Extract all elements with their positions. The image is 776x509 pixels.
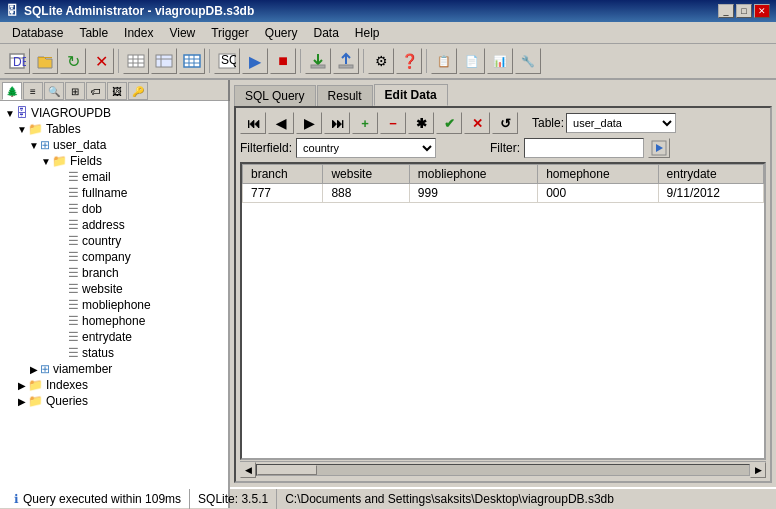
menu-database[interactable]: Database — [4, 24, 71, 42]
scroll-left-button[interactable]: ◀ — [240, 462, 256, 478]
expand-indexes[interactable]: ▶ — [16, 380, 28, 391]
tree-field-fullname[interactable]: ☰ fullname — [0, 185, 228, 201]
tree-field-status[interactable]: ☰ status — [0, 345, 228, 361]
expand-viagroupdb[interactable]: ▼ — [4, 108, 16, 119]
tab-sql-query[interactable]: SQL Query — [234, 85, 316, 106]
expand-fields[interactable]: ▼ — [40, 156, 52, 167]
toolbar-new-db[interactable]: DB — [4, 48, 30, 74]
main-area: 🌲 ≡ 🔍 ⊞ 🏷 🖼 🔑 ▼ 🗄 VIAGROUPDB ▼ 📁 Tables — [0, 80, 776, 487]
expand-tables[interactable]: ▼ — [16, 124, 28, 135]
expand-viamember[interactable]: ▶ — [28, 364, 40, 375]
nav-asterisk[interactable]: ✱ — [408, 112, 434, 134]
tab-edit-data[interactable]: Edit Data — [374, 84, 448, 106]
menu-trigger[interactable]: Trigger — [203, 24, 257, 42]
tree-field-mobliephone[interactable]: ☰ mobliephone — [0, 297, 228, 313]
menu-table[interactable]: Table — [71, 24, 116, 42]
toolbar-refresh[interactable]: ↻ — [60, 48, 86, 74]
close-button[interactable]: ✕ — [754, 4, 770, 18]
left-tab-search[interactable]: 🔍 — [44, 82, 64, 100]
tree-field-mobliephone-label: mobliephone — [82, 298, 151, 312]
col-homephone[interactable]: homephone — [538, 165, 658, 184]
expand-queries[interactable]: ▶ — [16, 396, 28, 407]
tree-fields[interactable]: ▼ 📁 Fields — [0, 153, 228, 169]
titlebar-controls: _ □ ✕ — [718, 4, 770, 18]
scroll-right-button[interactable]: ▶ — [750, 462, 766, 478]
tree-tables[interactable]: ▼ 📁 Tables — [0, 121, 228, 137]
nav-cancel[interactable]: ✕ — [464, 112, 490, 134]
menu-help[interactable]: Help — [347, 24, 388, 42]
col-website[interactable]: website — [323, 165, 409, 184]
toolbar-sep-1 — [118, 49, 119, 73]
table-select[interactable]: user_data — [566, 113, 676, 133]
tree-indexes[interactable]: ▶ 📁 Indexes — [0, 377, 228, 393]
tree-field-country[interactable]: ☰ country — [0, 233, 228, 249]
toolbar-table2[interactable] — [179, 48, 205, 74]
left-tab-key[interactable]: 🔑 — [128, 82, 148, 100]
toolbar-extra1[interactable]: 📋 — [431, 48, 457, 74]
nav-save[interactable]: ✔ — [436, 112, 462, 134]
field-website-icon: ☰ — [68, 282, 79, 296]
tree-user-data[interactable]: ▼ ⊞ user_data — [0, 137, 228, 153]
toolbar-extra4[interactable]: 🔧 — [515, 48, 541, 74]
maximize-button[interactable]: □ — [736, 4, 752, 18]
tree-field-homephone-label: homephone — [82, 314, 145, 328]
toolbar-query-stop[interactable]: ■ — [270, 48, 296, 74]
col-branch[interactable]: branch — [243, 165, 323, 184]
nav-last[interactable]: ⏭ — [324, 112, 350, 134]
nav-add[interactable]: + — [352, 112, 378, 134]
toolbar-open-db[interactable] — [32, 48, 58, 74]
menu-view[interactable]: View — [161, 24, 203, 42]
tree-field-homephone[interactable]: ☰ homephone — [0, 313, 228, 329]
tree-tables-label: Tables — [46, 122, 81, 136]
tree-queries[interactable]: ▶ 📁 Queries — [0, 393, 228, 409]
tree-field-status-label: status — [82, 346, 114, 360]
left-tab-grid[interactable]: ⊞ — [65, 82, 85, 100]
filter-input[interactable] — [524, 138, 644, 158]
sqlite-version: SQLite: 3.5.1 — [198, 492, 268, 506]
toolbar-extra2[interactable]: 📄 — [459, 48, 485, 74]
left-tab-tag[interactable]: 🏷 — [86, 82, 106, 100]
tree-field-email[interactable]: ☰ email — [0, 169, 228, 185]
toolbar-export[interactable] — [333, 48, 359, 74]
tree-viamember-label: viamember — [53, 362, 112, 376]
menu-index[interactable]: Index — [116, 24, 161, 42]
expand-user-data[interactable]: ▼ — [28, 140, 40, 151]
col-mobliephone[interactable]: mobliephone — [409, 165, 537, 184]
menu-query[interactable]: Query — [257, 24, 306, 42]
minimize-button[interactable]: _ — [718, 4, 734, 18]
toolbar-sql-query[interactable]: SQL — [214, 48, 240, 74]
tree-field-address[interactable]: ☰ address — [0, 217, 228, 233]
tree-root[interactable]: ▼ 🗄 VIAGROUPDB — [0, 105, 228, 121]
filterfield-select[interactable]: country — [296, 138, 436, 158]
toolbar-import[interactable] — [305, 48, 331, 74]
status-section-version: SQLite: 3.5.1 — [190, 489, 277, 509]
toolbar-delete[interactable]: ✕ — [88, 48, 114, 74]
toolbar-settings[interactable]: ⚙ — [368, 48, 394, 74]
toolbar-query-table[interactable] — [151, 48, 177, 74]
left-tab-list[interactable]: ≡ — [23, 82, 43, 100]
left-tab-pic[interactable]: 🖼 — [107, 82, 127, 100]
toolbar-query-run[interactable]: ▶ — [242, 48, 268, 74]
h-scroll-track[interactable] — [256, 464, 750, 476]
table-row[interactable]: 777 888 999 000 9/11/2012 — [243, 184, 764, 203]
nav-refresh[interactable]: ↺ — [492, 112, 518, 134]
toolbar-table[interactable] — [123, 48, 149, 74]
tree-field-dob[interactable]: ☰ dob — [0, 201, 228, 217]
tree-field-entrydate[interactable]: ☰ entrydate — [0, 329, 228, 345]
menu-data[interactable]: Data — [305, 24, 346, 42]
toolbar-about[interactable]: ❓ — [396, 48, 422, 74]
filter-go-button[interactable] — [648, 138, 670, 158]
h-scroll-thumb[interactable] — [257, 465, 317, 475]
nav-next[interactable]: ▶ — [296, 112, 322, 134]
tree-field-website[interactable]: ☰ website — [0, 281, 228, 297]
nav-delete[interactable]: − — [380, 112, 406, 134]
nav-prev[interactable]: ◀ — [268, 112, 294, 134]
col-entrydate[interactable]: entrydate — [658, 165, 763, 184]
left-tab-tree[interactable]: 🌲 — [2, 82, 22, 100]
tree-field-company[interactable]: ☰ company — [0, 249, 228, 265]
nav-first[interactable]: ⏮ — [240, 112, 266, 134]
tab-result[interactable]: Result — [317, 85, 373, 106]
tree-field-branch[interactable]: ☰ branch — [0, 265, 228, 281]
tree-viamember[interactable]: ▶ ⊞ viamember — [0, 361, 228, 377]
toolbar-extra3[interactable]: 📊 — [487, 48, 513, 74]
